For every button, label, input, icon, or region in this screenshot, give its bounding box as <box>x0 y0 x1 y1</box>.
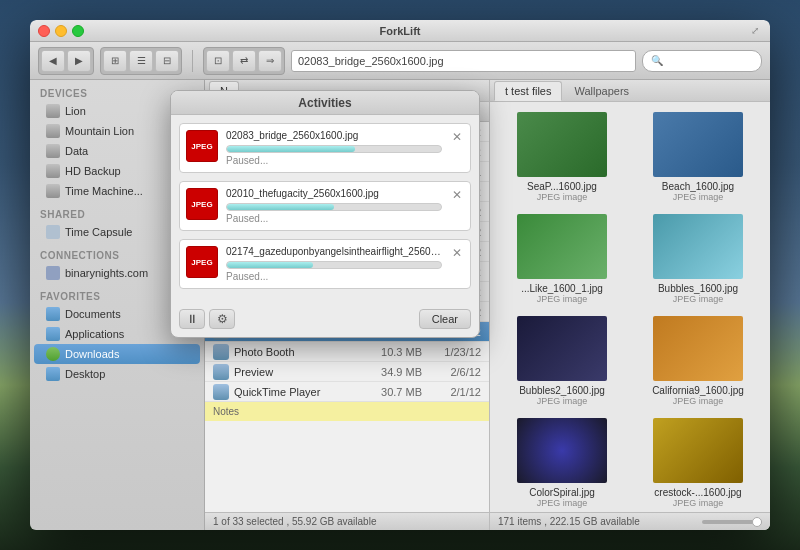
sidebar-item-label: Mountain Lion <box>65 125 134 137</box>
activity-status: Paused... <box>226 213 442 224</box>
activity-close-button[interactable]: ✕ <box>450 130 464 144</box>
window-title: ForkLift <box>380 25 421 37</box>
file-type: JPEG image <box>673 396 724 406</box>
notes-label: Notes <box>213 406 239 417</box>
maximize-button[interactable] <box>72 25 84 37</box>
sidebar-item-label: HD Backup <box>65 165 121 177</box>
activity-close-button[interactable]: ✕ <box>450 188 464 202</box>
file-type: JPEG image <box>537 498 588 508</box>
app-icon <box>213 344 229 360</box>
activity-filename: 02010_thefugacity_2560x1600.jpg <box>226 188 442 199</box>
sync-button[interactable]: ⇄ <box>232 50 256 72</box>
file-type: JPEG image <box>673 294 724 304</box>
list-item[interactable]: Bubbles_1600.jpg JPEG image <box>630 208 766 310</box>
file-type: JPEG image <box>537 396 588 406</box>
activities-modal: Activities JPEG 02083_bridge_2560x1600.j… <box>170 90 480 338</box>
progress-bar-fill <box>227 204 334 210</box>
sidebar-item-label: Time Capsule <box>65 226 132 238</box>
path-bar[interactable]: 02083_bridge_2560x1600.jpg <box>291 50 636 72</box>
minimize-button[interactable] <box>55 25 67 37</box>
thumbnail <box>517 112 607 177</box>
file-list-status: 1 of 33 selected , 55.92 GB available <box>205 512 489 530</box>
hdd-icon <box>46 164 60 178</box>
list-item[interactable]: SeaP...1600.jpg JPEG image <box>494 106 630 208</box>
activity-info: 02174_gazeduponbyangelsintheairflight_25… <box>226 246 442 282</box>
hdd-icon <box>46 144 60 158</box>
sidebar-item-downloads[interactable]: Downloads <box>34 344 200 364</box>
tab-test-files[interactable]: t test files <box>494 81 562 101</box>
activity-close-button[interactable]: ✕ <box>450 246 464 260</box>
folder-icon <box>46 307 60 321</box>
preview-area: t test files Wallpapers SeaP...1600.jpg … <box>490 80 770 530</box>
table-row[interactable]: Photo Booth 10.3 MB 1/23/12 <box>205 342 489 362</box>
activities-titlebar: Activities <box>171 91 479 115</box>
zoom-slider-thumb <box>752 517 762 527</box>
tab-wallpapers[interactable]: Wallpapers <box>564 81 639 101</box>
sidebar-item-desktop[interactable]: Desktop <box>30 364 204 384</box>
activity-status: Paused... <box>226 271 442 282</box>
activity-filename: 02083_bridge_2560x1600.jpg <box>226 130 442 141</box>
icon-view-button[interactable]: ⊞ <box>103 50 127 72</box>
activities-content: JPEG 02083_bridge_2560x1600.jpg Paused..… <box>171 115 479 305</box>
list-item[interactable]: Bubbles2_1600.jpg JPEG image <box>494 310 630 412</box>
preview-status-text: 171 items , 222.15 GB available <box>498 516 640 527</box>
list-item[interactable]: California9_1600.jpg JPEG image <box>630 310 766 412</box>
sidebar-item-label: Applications <box>65 328 124 340</box>
file-date: 1/23/12 <box>426 346 481 358</box>
table-row[interactable]: QuickTime Player 30.7 MB 2/1/12 <box>205 382 489 402</box>
file-type: JPEG image <box>537 294 588 304</box>
hdd-icon <box>46 124 60 138</box>
preview-status: 171 items , 222.15 GB available <box>490 512 770 530</box>
progress-bar-bg <box>226 261 442 269</box>
table-row[interactable]: Preview 34.9 MB 2/6/12 <box>205 362 489 382</box>
view-buttons: ⊞ ☰ ⊟ <box>100 47 182 75</box>
thumbnail <box>517 214 607 279</box>
share-icon <box>46 225 60 239</box>
jpeg-icon: JPEG <box>186 130 218 162</box>
toolbar-separator <box>192 50 193 72</box>
list-item[interactable]: Beach_1600.jpg JPEG image <box>630 106 766 208</box>
zoom-slider[interactable] <box>702 520 762 524</box>
list-item[interactable]: crestock-...1600.jpg JPEG image <box>630 412 766 512</box>
progress-bar-fill <box>227 146 355 152</box>
file-name: Preview <box>234 366 362 378</box>
folder-icon <box>46 367 60 381</box>
column-view-button[interactable]: ⊟ <box>155 50 179 72</box>
settings-button[interactable]: ⚙ <box>209 309 235 329</box>
thumbnail <box>653 112 743 177</box>
pause-all-button[interactable]: ⏸ <box>179 309 205 329</box>
thumbnail <box>653 316 743 381</box>
clear-button[interactable]: Clear <box>419 309 471 329</box>
file-type: JPEG image <box>537 192 588 202</box>
activity-item: JPEG 02010_thefugacity_2560x1600.jpg Pau… <box>179 181 471 231</box>
thumbnail <box>517 316 607 381</box>
file-type: JPEG image <box>673 498 724 508</box>
list-item[interactable]: ...Like_1600_1.jpg JPEG image <box>494 208 630 310</box>
server-icon <box>46 266 60 280</box>
transfer-button[interactable]: ⇒ <box>258 50 282 72</box>
status-text: 1 of 33 selected , 55.92 GB available <box>213 516 376 527</box>
back-button[interactable]: ◀ <box>41 50 65 72</box>
search-icon: 🔍 <box>651 55 663 66</box>
list-view-button[interactable]: ☰ <box>129 50 153 72</box>
sidebar-item-label: binarynights.com <box>65 267 148 279</box>
file-name: QuickTime Player <box>234 386 362 398</box>
forward-button[interactable]: ▶ <box>67 50 91 72</box>
sidebar-item-label: Documents <box>65 308 121 320</box>
path-text: 02083_bridge_2560x1600.jpg <box>298 55 444 67</box>
downloads-icon <box>46 347 60 361</box>
grid-view-button[interactable]: ⊡ <box>206 50 230 72</box>
file-name: SeaP...1600.jpg <box>527 181 597 192</box>
file-name: Beach_1600.jpg <box>662 181 734 192</box>
close-button[interactable] <box>38 25 50 37</box>
search-bar[interactable]: 🔍 <box>642 50 762 72</box>
progress-bar-bg <box>226 203 442 211</box>
activity-filename: 02174_gazeduponbyangelsintheairflight_25… <box>226 246 442 257</box>
file-date: 2/1/12 <box>426 386 481 398</box>
file-size: 30.7 MB <box>362 386 422 398</box>
list-item[interactable]: ColorSpiral.jpg JPEG image <box>494 412 630 512</box>
thumbnail <box>517 418 607 483</box>
jpeg-icon: JPEG <box>186 246 218 278</box>
resize-button[interactable]: ⤢ <box>748 24 762 38</box>
notes-note: Notes <box>205 402 489 421</box>
